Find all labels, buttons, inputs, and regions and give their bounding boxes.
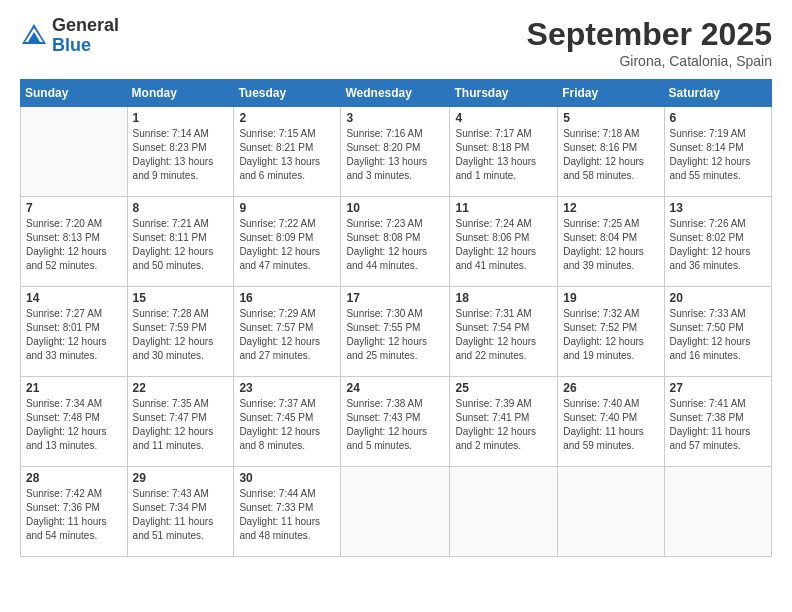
calendar-body: 1Sunrise: 7:14 AM Sunset: 8:23 PM Daylig… xyxy=(21,107,772,557)
calendar-header: Sunday Monday Tuesday Wednesday Thursday… xyxy=(21,80,772,107)
day-info: Sunrise: 7:32 AM Sunset: 7:52 PM Dayligh… xyxy=(563,307,658,363)
day-number: 24 xyxy=(346,381,444,395)
calendar-cell: 21Sunrise: 7:34 AM Sunset: 7:48 PM Dayli… xyxy=(21,377,128,467)
calendar-cell: 26Sunrise: 7:40 AM Sunset: 7:40 PM Dayli… xyxy=(558,377,664,467)
day-info: Sunrise: 7:14 AM Sunset: 8:23 PM Dayligh… xyxy=(133,127,229,183)
col-monday: Monday xyxy=(127,80,234,107)
day-info: Sunrise: 7:42 AM Sunset: 7:36 PM Dayligh… xyxy=(26,487,122,543)
day-number: 6 xyxy=(670,111,766,125)
day-info: Sunrise: 7:22 AM Sunset: 8:09 PM Dayligh… xyxy=(239,217,335,273)
day-number: 11 xyxy=(455,201,552,215)
calendar-cell: 20Sunrise: 7:33 AM Sunset: 7:50 PM Dayli… xyxy=(664,287,771,377)
day-number: 9 xyxy=(239,201,335,215)
day-number: 22 xyxy=(133,381,229,395)
day-info: Sunrise: 7:28 AM Sunset: 7:59 PM Dayligh… xyxy=(133,307,229,363)
day-number: 25 xyxy=(455,381,552,395)
calendar-cell: 5Sunrise: 7:18 AM Sunset: 8:16 PM Daylig… xyxy=(558,107,664,197)
day-number: 19 xyxy=(563,291,658,305)
day-info: Sunrise: 7:38 AM Sunset: 7:43 PM Dayligh… xyxy=(346,397,444,453)
calendar-cell: 15Sunrise: 7:28 AM Sunset: 7:59 PM Dayli… xyxy=(127,287,234,377)
day-info: Sunrise: 7:44 AM Sunset: 7:33 PM Dayligh… xyxy=(239,487,335,543)
calendar-cell: 7Sunrise: 7:20 AM Sunset: 8:13 PM Daylig… xyxy=(21,197,128,287)
day-number: 4 xyxy=(455,111,552,125)
day-info: Sunrise: 7:18 AM Sunset: 8:16 PM Dayligh… xyxy=(563,127,658,183)
calendar-cell xyxy=(21,107,128,197)
calendar-cell: 2Sunrise: 7:15 AM Sunset: 8:21 PM Daylig… xyxy=(234,107,341,197)
calendar-table: Sunday Monday Tuesday Wednesday Thursday… xyxy=(20,79,772,557)
calendar-cell: 18Sunrise: 7:31 AM Sunset: 7:54 PM Dayli… xyxy=(450,287,558,377)
calendar-cell: 19Sunrise: 7:32 AM Sunset: 7:52 PM Dayli… xyxy=(558,287,664,377)
day-number: 17 xyxy=(346,291,444,305)
day-number: 2 xyxy=(239,111,335,125)
calendar-cell: 27Sunrise: 7:41 AM Sunset: 7:38 PM Dayli… xyxy=(664,377,771,467)
col-friday: Friday xyxy=(558,80,664,107)
day-info: Sunrise: 7:27 AM Sunset: 8:01 PM Dayligh… xyxy=(26,307,122,363)
header: General Blue September 2025 Girona, Cata… xyxy=(20,16,772,69)
day-info: Sunrise: 7:29 AM Sunset: 7:57 PM Dayligh… xyxy=(239,307,335,363)
col-tuesday: Tuesday xyxy=(234,80,341,107)
col-thursday: Thursday xyxy=(450,80,558,107)
logo-text: General Blue xyxy=(52,16,119,56)
col-saturday: Saturday xyxy=(664,80,771,107)
page: General Blue September 2025 Girona, Cata… xyxy=(0,0,792,612)
calendar-cell: 30Sunrise: 7:44 AM Sunset: 7:33 PM Dayli… xyxy=(234,467,341,557)
calendar-cell: 22Sunrise: 7:35 AM Sunset: 7:47 PM Dayli… xyxy=(127,377,234,467)
day-number: 23 xyxy=(239,381,335,395)
logo-icon xyxy=(20,22,48,50)
day-info: Sunrise: 7:24 AM Sunset: 8:06 PM Dayligh… xyxy=(455,217,552,273)
calendar-cell: 28Sunrise: 7:42 AM Sunset: 7:36 PM Dayli… xyxy=(21,467,128,557)
day-info: Sunrise: 7:30 AM Sunset: 7:55 PM Dayligh… xyxy=(346,307,444,363)
calendar-cell xyxy=(341,467,450,557)
calendar-cell: 16Sunrise: 7:29 AM Sunset: 7:57 PM Dayli… xyxy=(234,287,341,377)
calendar-cell: 10Sunrise: 7:23 AM Sunset: 8:08 PM Dayli… xyxy=(341,197,450,287)
calendar-cell xyxy=(664,467,771,557)
day-number: 12 xyxy=(563,201,658,215)
day-info: Sunrise: 7:20 AM Sunset: 8:13 PM Dayligh… xyxy=(26,217,122,273)
day-number: 14 xyxy=(26,291,122,305)
calendar-cell: 13Sunrise: 7:26 AM Sunset: 8:02 PM Dayli… xyxy=(664,197,771,287)
calendar-cell: 14Sunrise: 7:27 AM Sunset: 8:01 PM Dayli… xyxy=(21,287,128,377)
day-info: Sunrise: 7:33 AM Sunset: 7:50 PM Dayligh… xyxy=(670,307,766,363)
calendar-cell: 29Sunrise: 7:43 AM Sunset: 7:34 PM Dayli… xyxy=(127,467,234,557)
calendar-cell: 8Sunrise: 7:21 AM Sunset: 8:11 PM Daylig… xyxy=(127,197,234,287)
day-number: 3 xyxy=(346,111,444,125)
day-info: Sunrise: 7:39 AM Sunset: 7:41 PM Dayligh… xyxy=(455,397,552,453)
calendar-cell: 17Sunrise: 7:30 AM Sunset: 7:55 PM Dayli… xyxy=(341,287,450,377)
day-number: 20 xyxy=(670,291,766,305)
day-info: Sunrise: 7:19 AM Sunset: 8:14 PM Dayligh… xyxy=(670,127,766,183)
day-number: 29 xyxy=(133,471,229,485)
col-wednesday: Wednesday xyxy=(341,80,450,107)
day-number: 26 xyxy=(563,381,658,395)
calendar-cell: 9Sunrise: 7:22 AM Sunset: 8:09 PM Daylig… xyxy=(234,197,341,287)
day-number: 30 xyxy=(239,471,335,485)
day-info: Sunrise: 7:31 AM Sunset: 7:54 PM Dayligh… xyxy=(455,307,552,363)
calendar-cell: 12Sunrise: 7:25 AM Sunset: 8:04 PM Dayli… xyxy=(558,197,664,287)
day-number: 7 xyxy=(26,201,122,215)
day-number: 5 xyxy=(563,111,658,125)
logo: General Blue xyxy=(20,16,119,56)
calendar-cell xyxy=(450,467,558,557)
day-info: Sunrise: 7:34 AM Sunset: 7:48 PM Dayligh… xyxy=(26,397,122,453)
title-block: September 2025 Girona, Catalonia, Spain xyxy=(527,16,772,69)
header-row: Sunday Monday Tuesday Wednesday Thursday… xyxy=(21,80,772,107)
day-info: Sunrise: 7:16 AM Sunset: 8:20 PM Dayligh… xyxy=(346,127,444,183)
month-title: September 2025 xyxy=(527,16,772,53)
day-info: Sunrise: 7:21 AM Sunset: 8:11 PM Dayligh… xyxy=(133,217,229,273)
logo-blue: Blue xyxy=(52,36,119,56)
day-number: 16 xyxy=(239,291,335,305)
day-info: Sunrise: 7:41 AM Sunset: 7:38 PM Dayligh… xyxy=(670,397,766,453)
calendar-cell: 23Sunrise: 7:37 AM Sunset: 7:45 PM Dayli… xyxy=(234,377,341,467)
calendar-cell: 25Sunrise: 7:39 AM Sunset: 7:41 PM Dayli… xyxy=(450,377,558,467)
day-info: Sunrise: 7:26 AM Sunset: 8:02 PM Dayligh… xyxy=(670,217,766,273)
day-info: Sunrise: 7:43 AM Sunset: 7:34 PM Dayligh… xyxy=(133,487,229,543)
day-number: 27 xyxy=(670,381,766,395)
day-number: 10 xyxy=(346,201,444,215)
day-number: 8 xyxy=(133,201,229,215)
day-info: Sunrise: 7:17 AM Sunset: 8:18 PM Dayligh… xyxy=(455,127,552,183)
day-info: Sunrise: 7:40 AM Sunset: 7:40 PM Dayligh… xyxy=(563,397,658,453)
day-number: 21 xyxy=(26,381,122,395)
logo-general: General xyxy=(52,16,119,36)
calendar-cell: 1Sunrise: 7:14 AM Sunset: 8:23 PM Daylig… xyxy=(127,107,234,197)
calendar-cell: 4Sunrise: 7:17 AM Sunset: 8:18 PM Daylig… xyxy=(450,107,558,197)
day-info: Sunrise: 7:35 AM Sunset: 7:47 PM Dayligh… xyxy=(133,397,229,453)
